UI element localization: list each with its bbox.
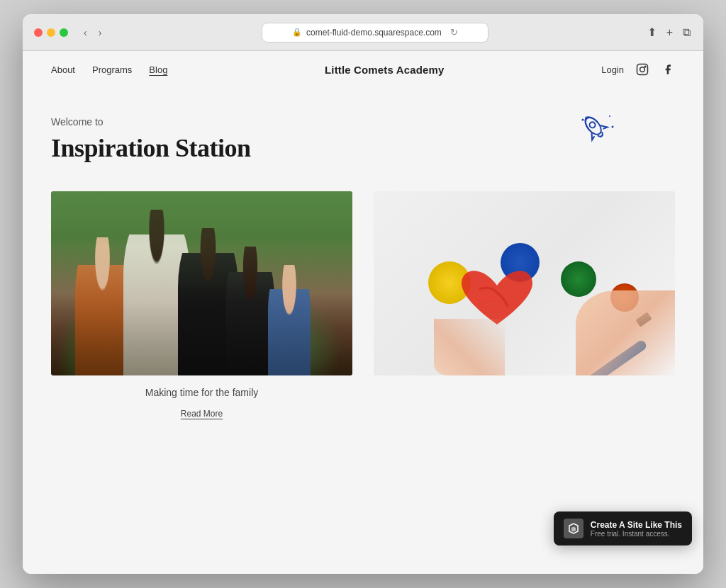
login-link[interactable]: Login	[601, 64, 624, 75]
page-content: About Programs Blog Little Comets Academ…	[23, 51, 703, 574]
blog-image-family[interactable]	[51, 191, 352, 375]
browser-window: ‹ › 🔒 comet-fluid-demo.squarespace.com ↻…	[23, 14, 703, 574]
svg-rect-0	[637, 64, 647, 75]
share-icon[interactable]: ⬆	[646, 24, 658, 40]
address-bar: 🔒 comet-fluid-demo.squarespace.com ↻	[113, 23, 637, 43]
blog-image-art[interactable]	[374, 191, 675, 375]
nav-controls: ‹ ›	[81, 26, 104, 40]
forward-button[interactable]: ›	[96, 26, 105, 40]
svg-point-2	[644, 66, 646, 67]
art-photo	[374, 191, 675, 375]
site-header: About Programs Blog Little Comets Academ…	[23, 51, 703, 88]
read-more-family[interactable]: Read More	[181, 409, 223, 419]
svg-point-4	[588, 121, 596, 129]
instagram-icon[interactable]	[635, 62, 649, 77]
blog-card-family-caption: Making time for the family Read More	[51, 375, 352, 425]
squarespace-text: Create A Site Like This Free trial. Inst…	[591, 520, 682, 538]
squarespace-logo	[564, 519, 583, 538]
chrome-right-controls: ⬆ + ⧉	[646, 24, 692, 40]
lock-icon: 🔒	[292, 28, 302, 37]
close-button[interactable]	[34, 28, 43, 37]
blog-grid: Making time for the family Read More	[23, 177, 703, 453]
reload-icon[interactable]: ↻	[450, 27, 458, 38]
maximize-button[interactable]	[60, 28, 68, 37]
traffic-lights	[34, 28, 68, 37]
facebook-icon[interactable]	[661, 62, 675, 77]
url-input[interactable]: 🔒 comet-fluid-demo.squarespace.com ↻	[262, 23, 488, 43]
nav-blog[interactable]: Blog	[149, 64, 167, 75]
family-photo	[51, 191, 352, 375]
hero-section: Welcome to Inspiration Station	[23, 88, 703, 177]
squarespace-subtitle: Free trial. Instant access.	[591, 530, 682, 538]
svg-point-1	[640, 67, 645, 72]
svg-point-7	[612, 126, 614, 128]
minimize-button[interactable]	[47, 28, 55, 37]
chrome-bar: ‹ › 🔒 comet-fluid-demo.squarespace.com ↻…	[23, 14, 703, 51]
squarespace-title: Create A Site Like This	[591, 520, 682, 530]
windows-icon[interactable]: ⧉	[681, 25, 692, 40]
back-button[interactable]: ‹	[81, 26, 90, 40]
nav-about[interactable]: About	[51, 64, 75, 75]
nav-right: Login	[601, 62, 675, 77]
site-title: Little Comets Academy	[325, 64, 444, 76]
nav-left: About Programs Blog	[51, 64, 167, 75]
rocket-icon	[576, 109, 618, 152]
svg-point-6	[609, 115, 610, 117]
new-tab-icon[interactable]: +	[665, 25, 674, 40]
blog-card-family: Making time for the family Read More	[51, 191, 352, 425]
blog-card-family-title: Making time for the family	[58, 387, 345, 398]
squarespace-banner[interactable]: Create A Site Like This Free trial. Inst…	[554, 511, 692, 545]
url-text: comet-fluid-demo.squarespace.com	[306, 28, 442, 38]
blog-card-art-caption	[374, 375, 675, 392]
blog-card-art	[374, 191, 675, 425]
svg-point-5	[582, 119, 584, 121]
nav-programs[interactable]: Programs	[92, 64, 132, 75]
